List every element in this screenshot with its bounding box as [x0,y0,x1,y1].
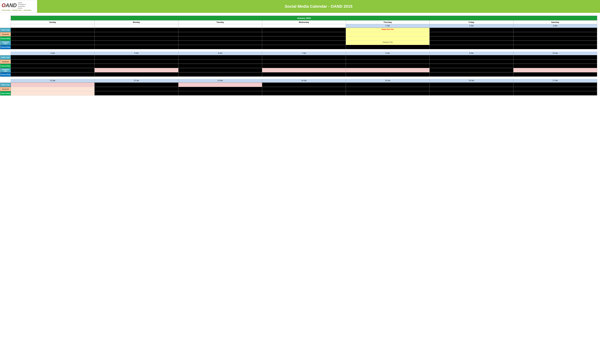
keyword-cells [11,32,597,36]
cell [513,41,597,45]
week-1: 1-Jan 2-Jan 3-Jan Twitter Topic Happy Ne… [11,24,597,49]
cell [346,68,430,72]
date-cell [94,24,178,28]
facebook-cells: Hangover Tips [11,41,597,45]
date-cell: 16-Jan [430,79,513,83]
page-title: Social Media Calendar - OAND 2015 [285,4,353,9]
date-cell: 7-Jan [262,52,346,55]
cell [513,83,597,87]
week2-featured-blue-row: Featured Blog [11,72,597,77]
cell [513,72,597,77]
date-cell: 13-Jan [178,79,262,83]
cell [262,28,346,32]
day-wednesday: Wednesday [262,20,346,24]
cell [430,36,513,41]
week2-featured-row: Featured Blog [11,64,597,68]
cell [346,72,430,77]
date-cell: 1-Jan [346,24,430,28]
label-twitter-topic: Twitter Topic [0,55,11,60]
month-header: January 2015 [11,16,597,20]
cell [513,91,597,95]
date-cell [262,24,346,28]
cell [513,32,597,36]
cell [178,87,262,91]
cell [346,64,430,68]
cell [94,45,178,49]
date-cell [11,24,94,28]
week2-date-row: 4-Jan 5-Jan 6-Jan 7-Jan 8-Jan 9-Jan 10-J… [11,52,597,55]
cell [262,87,346,91]
cell [94,91,178,95]
logo: O AND Ontario Association of Naturopathi… [1,2,36,9]
cell: Hangover Tips [346,41,430,45]
twitter-cells: Happy New Year [11,28,597,32]
label-keywords: Keywords [0,60,11,64]
cell [262,45,346,49]
week1-featured-blue-row: Featured Blog [11,45,597,49]
cell [346,36,430,41]
date-cell: 6-Jan [178,52,262,55]
cell [94,64,178,68]
cell [94,60,178,64]
label-featured-blog: Featured Blog [0,91,11,95]
cell [513,87,597,91]
cell [178,28,262,32]
cell [513,55,597,60]
cell [11,45,94,49]
keyword-cells [11,60,597,64]
calendar: January 2015 Sunday Monday Tuesday Wedne… [11,16,597,95]
cell [178,64,262,68]
label-featured-blog-blue: Featured Blog [0,72,11,77]
cell [11,64,94,68]
cell [430,91,513,95]
cell [513,36,597,41]
logo-and: AND [6,3,17,8]
twitter-cells [11,83,597,87]
week1-keywords-row: Keywords [11,32,597,36]
cell [178,68,262,72]
label-featured-blog-blue: Featured Blog [0,45,11,49]
main-content: January 2015 Sunday Monday Tuesday Wedne… [0,13,600,99]
date-cell: 2-Jan [430,24,513,28]
cell [94,32,178,36]
logo-text: Ontario Association of Naturopathic Doct… [18,2,26,9]
cell [262,72,346,77]
cell [11,32,94,36]
cell [430,83,513,87]
cell [513,28,597,32]
week1-twitter-row: Twitter Topic Happy New Year [11,28,597,32]
day-monday: Monday [94,20,178,24]
week-spacer [11,77,597,79]
day-sunday: Sunday [11,20,94,24]
date-cell: 14-Jan [262,79,346,83]
cell [346,87,430,91]
cell-text: Hangover Tips [346,41,430,44]
cell [178,83,262,87]
cell [262,64,346,68]
date-cell: 3-Jan [513,24,597,28]
cell [11,60,94,64]
cell [262,83,346,87]
cell [11,55,94,60]
label-featured-blog: Featured Blog [0,36,11,41]
cell [346,83,430,87]
date-cell: 9-Jan [430,52,513,55]
cell [11,68,94,72]
label-featured-blog: Featured Blog [0,64,11,68]
cell [513,45,597,49]
cell [430,45,513,49]
label-twitter-topic: Twitter Topic [0,28,11,32]
cell [262,36,346,41]
cell [178,32,262,36]
week-spacer [11,50,597,52]
week-3: 11-Jan 12-Jan 13-Jan 14-Jan 15-Jan 16-Ja… [11,79,597,95]
logo-o: O [1,3,6,8]
twitter-cells [11,55,597,60]
label-facebook-topic: Facebook Topic [0,68,11,72]
featured-cells [11,91,597,95]
featured-cells [11,36,597,41]
week2-keywords-row: Keywords [11,60,597,64]
date-cell: 11-Jan [11,79,94,83]
cell [262,60,346,64]
day-friday: Friday [430,20,513,24]
